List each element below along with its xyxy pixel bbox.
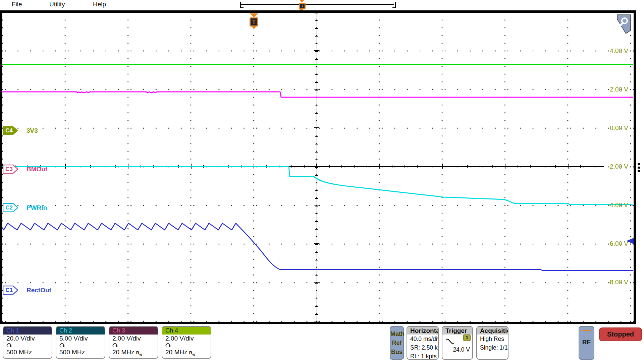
- scale-label-2v: 2.00 V: [598, 86, 628, 93]
- trigger-position-minimap-marker[interactable]: T: [299, 0, 306, 11]
- ch3-scale: 2.00 V/div: [109, 335, 158, 343]
- menu-help[interactable]: Help: [93, 1, 106, 8]
- horizontal-record-length: RL: 1 kpts: [407, 352, 438, 360]
- channel-badge-ch3[interactable]: Ch 3 2.00 V/div 20 MHz BW: [109, 326, 158, 359]
- dot-icon: [638, 167, 640, 169]
- channel-name-pwrin: PWRIn: [26, 203, 47, 212]
- trigger-level: 24.0 V: [453, 345, 470, 354]
- scale-label-n2v: -2.00 V: [598, 163, 628, 170]
- channel-marker-c1[interactable]: C1: [3, 286, 18, 295]
- channel-name-3v3: 3V3: [26, 126, 38, 135]
- horizontal-panel[interactable]: Horizontal 40.0 ms/div SR: 2.50 kS/s RL:…: [407, 326, 439, 360]
- rf-label: RF: [579, 339, 594, 346]
- ch2-title: Ch 2: [56, 327, 105, 335]
- ch3-bandwidth: 20 MHz: [112, 349, 134, 356]
- channel-marker-c2[interactable]: C2: [3, 203, 18, 212]
- ch4-bandwidth: 20 MHz: [165, 349, 187, 356]
- probe-icon: [112, 343, 118, 348]
- ch1-bandwidth: 500 MHz: [6, 349, 32, 356]
- channel-badge-ch1[interactable]: Ch 1 20.0 V/div 500 MHz: [3, 326, 52, 359]
- acquisition-panel[interactable]: Acquisition High Res Single: 1/1: [476, 326, 508, 360]
- probe-icon: [6, 343, 12, 348]
- run-stop-status-badge[interactable]: Stopped: [599, 327, 642, 341]
- trigger-level-arrow-icon[interactable]: [626, 238, 634, 244]
- math-ref-bus-button[interactable]: Math Ref Bus: [390, 326, 404, 360]
- ch4-title: Ch 4: [162, 327, 211, 335]
- bracket-left-cap: [240, 2, 244, 8]
- ch1-title: Ch 1: [3, 327, 52, 335]
- probe-icon: [165, 343, 171, 348]
- dot-icon: [638, 163, 640, 165]
- trigger-minimap-t-icon: T: [299, 3, 306, 9]
- bracket-right-cap: [392, 2, 396, 8]
- falling-edge-icon: [445, 338, 455, 345]
- scale-label-0v: 0.00 V: [598, 124, 628, 132]
- scale-label-n6v: -6.00 V: [598, 240, 628, 247]
- channel-marker-c3[interactable]: C3: [3, 165, 18, 174]
- trigger-minimap-triangle-icon: [300, 0, 304, 3]
- acquisition-title: Acquisition: [477, 327, 508, 335]
- trace-c3-bmout: [2, 92, 633, 97]
- acquisition-single: Single: 1/1: [477, 343, 508, 352]
- channel-name-bmout: BMOut: [26, 165, 47, 174]
- trigger-tail-icon: [252, 26, 256, 29]
- trigger-position-marker[interactable]: T: [250, 13, 258, 29]
- ch3-title: Ch 3: [109, 327, 158, 335]
- channel-name-rectout: RectOut: [26, 286, 51, 295]
- scale-label-n8v: -8.00 V: [598, 279, 628, 286]
- waveform-graticule: 4.00 V 2.00 V 0.00 V -2.00 V -4.00 V -6.…: [0, 10, 636, 324]
- scale-label-4v: 4.00 V: [598, 47, 628, 55]
- channel-marker-c4[interactable]: C4: [3, 126, 18, 135]
- trigger-triangle-icon: [250, 13, 258, 17]
- bracket-line: [241, 4, 394, 5]
- trigger-source-badge: 1: [463, 335, 471, 341]
- ch2-scale: 5.00 V/div: [56, 335, 105, 343]
- channel-badge-ch4[interactable]: Ch 4 2.00 V/div 20 MHz BW: [162, 326, 211, 359]
- waveform-canvas: [2, 13, 634, 322]
- zoom-corner-icon[interactable]: [617, 14, 632, 34]
- rf-trace-color-icon: [582, 330, 591, 331]
- scale-label-n4v: -4.00 V: [598, 201, 628, 209]
- menu-utility[interactable]: Utility: [49, 1, 65, 8]
- bandwidth-limit-icon: BW: [136, 350, 142, 355]
- probe-icon: [59, 343, 65, 348]
- bandwidth-limit-icon: BW: [189, 350, 195, 355]
- dot-icon: [638, 170, 640, 172]
- ch2-bandwidth: 500 MHz: [59, 349, 85, 356]
- horizontal-scale: 40.0 ms/div: [407, 335, 438, 343]
- trace-c2-pwrin: [2, 167, 633, 205]
- ch1-scale: 20.0 V/div: [3, 335, 52, 343]
- trigger-panel[interactable]: Trigger 1 24.0 V: [442, 326, 473, 360]
- rf-button[interactable]: RF: [579, 326, 594, 360]
- oscilloscope-screen: File Utility Help T 4.00 V 2: [0, 0, 644, 362]
- menu-file[interactable]: File: [12, 1, 22, 8]
- horizontal-title: Horizontal: [407, 327, 438, 335]
- trigger-title: Trigger 1: [442, 327, 472, 335]
- acquisition-mode: High Res: [477, 335, 508, 343]
- trigger-t-badge: T: [250, 17, 258, 26]
- horizontal-sample-rate: SR: 2.50 kS/s: [407, 343, 438, 352]
- trace-c1-rectout: [2, 223, 633, 270]
- ch4-scale: 2.00 V/div: [162, 335, 211, 343]
- channel-badge-ch2[interactable]: Ch 2 5.00 V/div 500 MHz: [56, 326, 105, 359]
